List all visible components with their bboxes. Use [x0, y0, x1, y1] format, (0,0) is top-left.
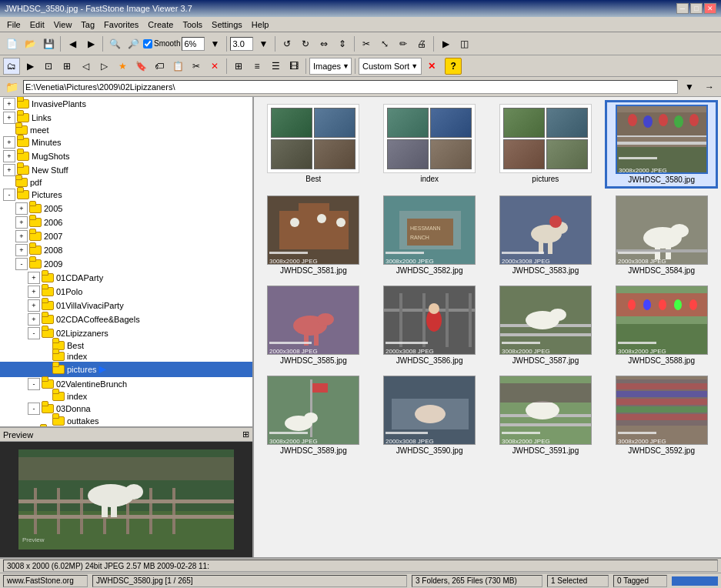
tree-expand-17[interactable]: - — [28, 327, 40, 339]
close-button[interactable]: ✕ — [704, 3, 716, 14]
tree-item-01cdaparty[interactable]: +01CDAParty — [0, 271, 252, 285]
folder-tree[interactable]: +InvasivePlants+Linksmeet+Minutes+MugSho… — [0, 97, 252, 426]
quality-dropdown[interactable]: ▼ — [255, 35, 272, 52]
grid-view-button[interactable]: ⊞ — [230, 58, 247, 75]
tag-button[interactable]: 🏷 — [151, 58, 168, 75]
tree-item-new-stuff[interactable]: +New Stuff — [0, 163, 252, 177]
tree-item-mugshots[interactable]: +MugShots — [0, 149, 252, 163]
zoom-fit-button[interactable]: ⊡ — [40, 58, 57, 75]
zoom-in-button[interactable]: 🔍 — [106, 35, 123, 52]
maximize-button[interactable]: □ — [690, 3, 703, 14]
tree-expand-15[interactable]: + — [28, 299, 40, 312]
move-to-button[interactable]: ✂ — [188, 58, 205, 75]
tree-item-02valentinebrunch[interactable]: -02ValentineBrunch — [0, 377, 252, 391]
bookmark-button[interactable]: 🔖 — [132, 58, 149, 75]
thumb-3591[interactable]: 3008x2000 JPEG JWHDSC_3591.jpg — [489, 372, 603, 459]
open-button[interactable]: 📂 — [22, 35, 38, 52]
tree-expand-10[interactable]: + — [15, 230, 28, 242]
tree-item-02cdacoffee&bagels[interactable]: +02CDACoffee&Bagels — [0, 312, 252, 326]
thumb-3592[interactable]: 3008x2000 JPEG JWHDSC_3592.jpg — [605, 372, 718, 459]
close-sort-button[interactable]: ✕ — [423, 58, 440, 75]
thumb-3581[interactable]: 3008x2000 JPEG JWHDSC_3581.jpg — [257, 192, 370, 279]
slideshow-button[interactable]: ▶ — [437, 35, 454, 52]
menu-file[interactable]: File — [3, 19, 25, 30]
menu-favorites[interactable]: Favorites — [100, 19, 142, 30]
save-button[interactable]: 💾 — [40, 35, 57, 52]
thumb-3584[interactable]: 2000x3008 JPEG JWHDSC_3584.jpg — [605, 192, 718, 279]
menu-tools[interactable]: Tools — [179, 19, 206, 30]
tree-expand-1[interactable]: + — [3, 112, 15, 124]
thumb-3580[interactable]: 3008x2000 JPEG JWHDSC_3580.jpg — [605, 100, 718, 189]
zoom-out-button[interactable]: 🔎 — [125, 35, 142, 52]
forward-button[interactable]: ▶ — [82, 35, 99, 52]
thumb-3586[interactable]: 2000x3008 JPEG JWHDSC_3586.jpg — [373, 282, 486, 369]
thumb-3589[interactable]: 3008x2000 JPEG JWHDSC_3589.jpg — [257, 372, 370, 459]
delete-button[interactable]: ✕ — [206, 58, 223, 75]
folder-thumb-index[interactable]: index — [373, 100, 486, 189]
menu-view[interactable]: View — [50, 19, 76, 30]
list-view-button[interactable]: ≡ — [249, 58, 265, 75]
tree-expand-21[interactable]: - — [28, 378, 40, 390]
tree-expand-14[interactable]: + — [28, 286, 40, 298]
menu-tag[interactable]: Tag — [77, 19, 98, 30]
tree-expand-23[interactable]: - — [28, 403, 40, 415]
rotate-left-button[interactable]: ↺ — [279, 35, 295, 52]
detail-view-button[interactable]: ☰ — [267, 58, 284, 75]
tree-item-2005[interactable]: +2005 — [0, 202, 252, 215]
thumb-3582[interactable]: HESSMANN RANCH 3008x2000 JPEG JWHDSC_358… — [373, 192, 486, 279]
tree-item-outtakes[interactable]: outtakes — [0, 416, 252, 426]
crop-button[interactable]: ✂ — [358, 35, 375, 52]
tree-item-index[interactable]: index — [0, 351, 252, 362]
thumb-3588[interactable]: 3008x2000 JPEG JWHDSC_3588.jpg — [605, 282, 718, 369]
tree-expand-16[interactable]: + — [28, 313, 40, 326]
resize-button[interactable]: ⤡ — [376, 35, 393, 52]
tree-expand-5[interactable]: + — [3, 164, 15, 176]
tree-expand-9[interactable]: + — [15, 216, 28, 229]
address-input[interactable] — [23, 80, 678, 94]
star-button[interactable]: ★ — [114, 58, 131, 75]
tree-expand-13[interactable]: + — [28, 272, 40, 284]
tree-expand-11[interactable]: + — [15, 244, 28, 256]
tree-item-02lipizzaners[interactable]: -02Lipizzaners — [0, 326, 252, 340]
smooth-checkbox[interactable] — [143, 39, 152, 48]
preview-expand-icon[interactable]: ⊞ — [242, 429, 249, 439]
tree-item-2006[interactable]: +2006 — [0, 215, 252, 229]
tree-item-01villavivaciparty[interactable]: +01VillaVivaciParty — [0, 299, 252, 312]
edit-button[interactable]: ✏ — [395, 35, 412, 52]
menu-settings[interactable]: Settings — [208, 19, 246, 30]
tree-item-2008[interactable]: +2008 — [0, 243, 252, 257]
flip-h-button[interactable]: ⇔ — [315, 35, 332, 52]
address-dropdown-arrow[interactable]: ▼ — [681, 79, 698, 95]
tree-item-2007[interactable]: +2007 — [0, 229, 252, 243]
folder-thumb-pictures[interactable]: pictures — [489, 100, 603, 189]
custom-sort-dropdown-arrow[interactable]: ▼ — [411, 62, 418, 70]
tree-item-pdf[interactable]: pdf — [0, 177, 252, 188]
slideshow2-button[interactable]: ▶ — [22, 58, 38, 75]
quality-input[interactable] — [230, 37, 253, 51]
actual-size-button[interactable]: ⊞ — [58, 58, 75, 75]
tree-expand-4[interactable]: + — [3, 150, 15, 162]
tree-item-meet[interactable]: meet — [0, 125, 252, 135]
menu-create[interactable]: Create — [144, 19, 177, 30]
help-button[interactable]: ? — [445, 58, 462, 75]
tree-item-links[interactable]: +Links — [0, 111, 252, 125]
tree-expand-3[interactable]: + — [3, 136, 15, 149]
tree-item-03donna[interactable]: -03Donna — [0, 402, 252, 416]
compare-button[interactable]: ◫ — [456, 35, 472, 52]
tree-item-invasiveplants[interactable]: +InvasivePlants — [0, 97, 252, 111]
next-button[interactable]: ▷ — [95, 58, 112, 75]
tree-expand-0[interactable]: + — [3, 98, 15, 110]
address-go-button[interactable]: → — [701, 79, 718, 95]
copy-to-button[interactable]: 📋 — [169, 58, 186, 75]
zoom-dropdown[interactable]: ▼ — [206, 35, 223, 52]
browse-button[interactable]: 🗂 — [3, 58, 20, 75]
prev-button[interactable]: ◁ — [77, 58, 94, 75]
tree-expand-7[interactable]: - — [3, 189, 15, 201]
folder-thumb-best[interactable]: Best — [257, 100, 370, 189]
thumb-3585[interactable]: 2000x3008 JPEG JWHDSC_3585.jpg — [257, 282, 370, 369]
menu-help[interactable]: Help — [248, 19, 273, 30]
thumb-3590[interactable]: 2000x3008 JPEG JWHDSC_3590.jpg — [373, 372, 486, 459]
menu-edit[interactable]: Edit — [26, 19, 48, 30]
back-button[interactable]: ◀ — [64, 35, 81, 52]
minimize-button[interactable]: ─ — [676, 3, 689, 14]
